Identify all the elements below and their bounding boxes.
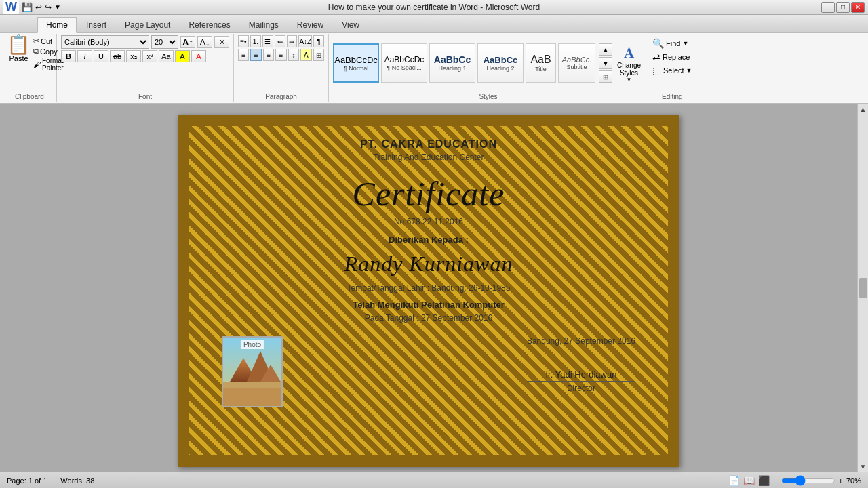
view-layout-button[interactable]: ⬛ bbox=[758, 475, 770, 486]
style-normal-button[interactable]: AaBbCcDc ¶ Normal bbox=[333, 43, 379, 83]
style-subtitle-button[interactable]: AaBbCc. Subtitle bbox=[558, 43, 595, 83]
cert-footer: Photo bbox=[215, 336, 642, 407]
shrink-font-button[interactable]: A↓ bbox=[197, 36, 212, 48]
zoom-in-button[interactable]: + bbox=[839, 476, 843, 485]
vertical-scrollbar[interactable]: ▲ ▼ bbox=[857, 104, 868, 472]
cert-attended-text: Telah Mengikuti Pelatihan Komputer bbox=[215, 300, 642, 310]
styles-scroll-up[interactable]: ▲ bbox=[599, 43, 612, 56]
paragraph-group: ≡• 1. ☰ ⇐ ⇒ A↕Z ¶ ≡ ≡ ≡ ≡ ↕ A ⊞ Paragrap… bbox=[234, 34, 329, 102]
subscript-button[interactable]: x₂ bbox=[126, 50, 141, 62]
find-button[interactable]: 🔍 Find ▼ bbox=[652, 38, 692, 49]
cert-given-to: Diberikan Kepada : bbox=[215, 235, 642, 245]
tab-mailings[interactable]: Mailings bbox=[240, 17, 288, 32]
zoom-out-button[interactable]: − bbox=[773, 476, 777, 485]
style-normal-label: ¶ Normal bbox=[344, 65, 368, 72]
clear-format-button[interactable]: ✕ bbox=[214, 36, 229, 48]
cert-number: No.678.22.11.2016 bbox=[215, 217, 642, 226]
zoom-slider[interactable] bbox=[781, 475, 835, 486]
justify-button[interactable]: ≡ bbox=[275, 49, 286, 61]
status-right: 📄 📖 ⬛ − + 70% bbox=[728, 475, 861, 486]
title-bar: W 💾 ↩ ↪ ▼ How to make your own certifica… bbox=[0, 0, 868, 15]
word-count: Words: 38 bbox=[60, 476, 94, 485]
cert-title: Certificate bbox=[215, 174, 642, 214]
zoom-level: 70% bbox=[846, 476, 861, 485]
tab-view[interactable]: View bbox=[333, 17, 368, 32]
bullets-button[interactable]: ≡• bbox=[238, 35, 249, 47]
cert-director-title: Director bbox=[527, 384, 635, 393]
style-normal-sample: AaBbCcDc bbox=[334, 55, 378, 65]
underline-button[interactable]: U bbox=[94, 50, 108, 62]
multilevel-button[interactable]: ☰ bbox=[262, 35, 273, 47]
style-nospace-button[interactable]: AaBbCcDc ¶ No Spaci... bbox=[381, 43, 427, 83]
window-controls: − □ ✕ bbox=[821, 2, 865, 13]
show-formatting-button[interactable]: ¶ bbox=[313, 35, 324, 47]
close-button[interactable]: ✕ bbox=[851, 2, 865, 13]
highlight-button[interactable]: A bbox=[175, 50, 190, 62]
maximize-button[interactable]: □ bbox=[836, 2, 850, 13]
select-button[interactable]: ⬚ Select ▼ bbox=[652, 65, 692, 76]
ribbon-tabs: Home Insert Page Layout References Maili… bbox=[0, 15, 868, 33]
style-h1-label: Heading 1 bbox=[438, 65, 466, 72]
quickaccess-undo[interactable]: ↩ bbox=[35, 3, 42, 12]
style-h1-button[interactable]: AaBbCc Heading 1 bbox=[429, 43, 475, 83]
cert-signature-block: Bandung, 27 September 2016 Ir. Yadi Herd… bbox=[527, 336, 635, 393]
font-color-button[interactable]: A bbox=[191, 50, 206, 62]
change-case-button[interactable]: Aa bbox=[159, 50, 174, 62]
quickaccess-dropdown[interactable]: ▼ bbox=[54, 3, 61, 11]
view-reading-button[interactable]: 📖 bbox=[743, 475, 755, 486]
change-styles-icon: 𝐀 bbox=[624, 44, 635, 62]
decrease-indent-button[interactable]: ⇐ bbox=[275, 35, 285, 47]
tab-insert[interactable]: Insert bbox=[77, 17, 115, 32]
align-center-button[interactable]: ≡ bbox=[250, 49, 261, 61]
replace-label: Replace bbox=[663, 53, 690, 61]
strikethrough-button[interactable]: ab bbox=[110, 50, 125, 62]
styles-more[interactable]: ⊞ bbox=[599, 70, 612, 83]
quickaccess-redo[interactable]: ↪ bbox=[45, 3, 52, 12]
tab-references[interactable]: References bbox=[180, 17, 239, 32]
document-scroll-area[interactable]: PT. CAKRA EDUCATION Training And Educati… bbox=[0, 104, 857, 472]
change-styles-dropdown: ▼ bbox=[627, 77, 632, 83]
select-icon: ⬚ bbox=[652, 65, 661, 76]
style-h2-label: Heading 2 bbox=[486, 65, 514, 72]
svg-rect-5 bbox=[223, 388, 283, 407]
find-dropdown: ▼ bbox=[682, 40, 688, 47]
numbering-button[interactable]: 1. bbox=[250, 35, 261, 47]
increase-indent-button[interactable]: ⇒ bbox=[287, 35, 298, 47]
scroll-down-button[interactable]: ▼ bbox=[860, 463, 867, 470]
italic-button[interactable]: I bbox=[77, 50, 92, 62]
align-right-button[interactable]: ≡ bbox=[263, 49, 274, 61]
style-subtitle-label: Subtitle bbox=[566, 64, 587, 70]
tab-review[interactable]: Review bbox=[288, 17, 332, 32]
grow-font-button[interactable]: A↑ bbox=[180, 36, 195, 48]
style-h2-button[interactable]: AaBbCc Heading 2 bbox=[477, 43, 524, 83]
font-family-select[interactable]: Calibri (Body) bbox=[61, 35, 149, 49]
quickaccess-save[interactable]: 💾 bbox=[22, 2, 33, 12]
minimize-button[interactable]: − bbox=[821, 2, 835, 13]
superscript-button[interactable]: x² bbox=[142, 50, 157, 62]
style-h2-sample: AaBbCc bbox=[484, 55, 518, 65]
align-left-button[interactable]: ≡ bbox=[238, 49, 249, 61]
scroll-up-button[interactable]: ▲ bbox=[860, 106, 867, 113]
styles-scroll-down[interactable]: ▼ bbox=[599, 57, 612, 69]
tab-home[interactable]: Home bbox=[37, 17, 77, 33]
borders-button[interactable]: ⊞ bbox=[313, 49, 324, 61]
paste-button[interactable]: 📋 Paste bbox=[7, 35, 31, 62]
cert-place-date: Bandung, 27 September 2016 bbox=[527, 336, 635, 346]
scroll-thumb[interactable] bbox=[859, 278, 867, 298]
cert-recipient: Randy Kurniawan bbox=[215, 251, 642, 277]
style-title-button[interactable]: AaB Title bbox=[526, 43, 556, 83]
change-styles-button[interactable]: 𝐀 Change Styles ▼ bbox=[614, 41, 644, 85]
replace-button[interactable]: ⇄ Replace bbox=[652, 52, 692, 62]
style-subtitle-sample: AaBbCc. bbox=[562, 56, 591, 64]
cert-company-name: PT. CAKRA EDUCATION bbox=[215, 138, 642, 150]
font-size-select[interactable]: 20 bbox=[151, 35, 178, 49]
window-title: How to make your own certificate in Word… bbox=[328, 3, 540, 12]
line-spacing-button[interactable]: ↕ bbox=[288, 49, 299, 61]
sort-button[interactable]: A↕Z bbox=[298, 35, 312, 47]
bold-button[interactable]: B bbox=[61, 50, 76, 62]
font-group-label: Font bbox=[61, 91, 229, 100]
shading-button[interactable]: A bbox=[300, 49, 311, 61]
view-normal-button[interactable]: 📄 bbox=[728, 475, 740, 486]
main-layout: PT. CAKRA EDUCATION Training And Educati… bbox=[0, 104, 868, 472]
tab-page-layout[interactable]: Page Layout bbox=[116, 17, 179, 32]
